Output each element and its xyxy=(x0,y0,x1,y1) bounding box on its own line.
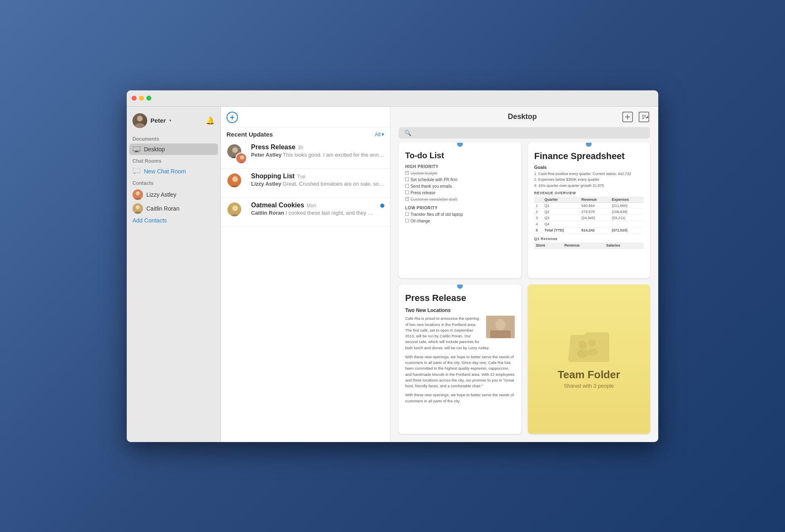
chat-section-header: Recent Updates All ▾ xyxy=(221,128,390,139)
finance-card[interactable]: Finance Spreadsheet Goals 1. Cash-flow p… xyxy=(528,143,650,278)
new-chat-room-label: New Chat Room xyxy=(144,168,186,175)
press-release-body-3: With these new openings, we hope to bett… xyxy=(405,392,515,404)
team-folder-card[interactable]: Team Folder Shared with 3 people xyxy=(528,285,650,433)
press-image xyxy=(486,316,515,338)
cell: (24,945) xyxy=(580,215,610,221)
chat-item-time: Tue xyxy=(297,174,305,180)
cell: Q1 xyxy=(543,202,580,209)
svg-point-25 xyxy=(232,205,238,211)
svg-marker-6 xyxy=(134,173,136,174)
chat-item-sender: Peter Astley xyxy=(251,152,282,158)
documents-section-label: Documents xyxy=(127,133,220,144)
svg-point-19 xyxy=(240,155,244,159)
cell: (53,211) xyxy=(610,215,644,221)
todo-text: Transfer files off of old laptop xyxy=(410,212,463,218)
goal-text: Cash-flow positive every quarter. Curren… xyxy=(538,172,631,176)
col-header: Salaries xyxy=(604,242,644,249)
press-release-card[interactable]: Press Release Two New Locations Cafe Ria xyxy=(399,285,521,433)
maximize-button[interactable] xyxy=(146,96,151,101)
table-row: 1 Q1 540,664 (211,660) xyxy=(534,202,644,209)
press-body-text-2: With these new openings, we hope to bett… xyxy=(405,355,514,388)
todo-text: Update budget xyxy=(410,171,437,176)
compose-button[interactable] xyxy=(227,112,238,123)
cell: (211,660) xyxy=(610,202,644,209)
col-header: Quarter xyxy=(543,197,580,203)
cell xyxy=(610,221,644,227)
chat-item[interactable]: Press Release 3h Peter Astley This looks… xyxy=(221,139,390,168)
edit-button[interactable] xyxy=(638,111,650,123)
svg-rect-3 xyxy=(135,151,138,152)
sidebar-item-add-contacts[interactable]: Add Contacts xyxy=(127,215,220,225)
search-bar[interactable]: 🔍 xyxy=(399,127,650,139)
search-icon: 🔍 xyxy=(404,130,411,136)
desktop-icon xyxy=(132,145,141,153)
chat-item[interactable]: Oatmeal Cookies Mon Caitlin Roran I cook… xyxy=(221,198,390,227)
chat-list: Press Release 3h Peter Astley This looks… xyxy=(221,139,390,227)
chat-item-preview-text: Great. Crushed tomatoes are on sale, so … xyxy=(283,181,384,187)
sidebar-item-lizzy[interactable]: Lizzy Astley xyxy=(127,188,220,202)
col-header: Expenses xyxy=(610,197,644,203)
revenue-table: Quarter Revenue Expenses 1 Q1 540,664 xyxy=(534,197,644,233)
todo-card-content: To-do List HIGH PRIORITY ✓ Update budget… xyxy=(399,143,521,231)
sidebar-item-new-chat-room[interactable]: New Chat Room xyxy=(127,166,220,177)
search-input[interactable] xyxy=(415,130,644,136)
checkbox-icon: ✓ xyxy=(405,197,409,201)
todo-title: To-do List xyxy=(405,151,515,160)
svg-point-38 xyxy=(577,350,588,358)
caitlin-name: Caitlin Roran xyxy=(146,205,179,212)
cell: Q2 xyxy=(543,209,580,215)
todo-item: Oil change xyxy=(405,218,515,224)
svg-point-16 xyxy=(232,147,238,153)
todo-text: Send thank you emails xyxy=(410,184,452,189)
todo-text: Oil change xyxy=(410,218,430,224)
chat-item-name: Press Release xyxy=(251,144,296,151)
all-label: All xyxy=(375,131,381,137)
finance-title: Finance Spreadsheet xyxy=(534,151,644,162)
todo-text: Set schedule with PR firm xyxy=(410,177,458,183)
cell: Total (YTD) xyxy=(543,227,580,233)
contacts-section-label: Contacts xyxy=(127,177,220,188)
chat-pane-header xyxy=(221,107,390,128)
goal-item: 2. Expenses below $350K every quarter xyxy=(534,177,644,182)
cell xyxy=(580,221,610,227)
desktop-header-actions xyxy=(621,111,650,123)
cell: 3 xyxy=(534,215,543,221)
chat-item-sender: Caitlin Roran xyxy=(251,210,284,216)
svg-rect-2 xyxy=(133,146,140,151)
add-document-button[interactable] xyxy=(621,111,634,123)
checkbox-icon xyxy=(405,184,409,188)
todo-item: Transfer files off of old laptop xyxy=(405,212,515,218)
press-release-title: Press Release xyxy=(405,293,515,303)
close-button[interactable] xyxy=(132,96,137,101)
svg-point-0 xyxy=(137,116,143,121)
chat-item-top: Shopping List Tue xyxy=(251,173,384,180)
q1-revenue-label: Q1 Revenue xyxy=(534,237,644,241)
cell: 1 xyxy=(534,202,543,209)
checkbox-icon xyxy=(405,219,409,222)
svg-point-39 xyxy=(588,339,596,347)
goal-text: Expenses below $350K every quarter xyxy=(538,177,600,182)
minimize-button[interactable] xyxy=(139,96,144,101)
sidebar-item-caitlin[interactable]: Caitlin Roran xyxy=(127,202,220,215)
notification-bell-icon[interactable]: 🔔 xyxy=(206,116,215,125)
revenue-overview-label: REVENUE OVERVIEW xyxy=(534,191,644,195)
sidebar-item-desktop[interactable]: Desktop xyxy=(129,144,218,155)
high-priority-label: HIGH PRIORITY xyxy=(405,164,515,169)
finance-card-content: Finance Spreadsheet Goals 1. Cash-flow p… xyxy=(528,143,650,254)
chat-item-preview-text: This looks good. I am excited for the an… xyxy=(283,152,384,158)
chat-item[interactable]: Shopping List Tue Lizzy Astley Great. Cr… xyxy=(221,168,390,198)
svg-rect-5 xyxy=(133,168,140,173)
chat-bubble-icon xyxy=(132,167,141,175)
checkbox-icon xyxy=(405,191,409,194)
cell: 814,242 xyxy=(580,227,610,233)
sidebar: Peter ▾ 🔔 Documents Desktop Chat Rooms N… xyxy=(127,107,221,442)
svg-rect-4 xyxy=(134,152,139,152)
press-release-subtitle: Two New Locations xyxy=(405,308,515,313)
all-filter-button[interactable]: All ▾ xyxy=(375,131,384,137)
caitlin-avatar xyxy=(132,203,143,214)
desktop-label: Desktop xyxy=(144,146,165,153)
col-header: Revenue xyxy=(563,242,604,249)
todo-card[interactable]: To-do List HIGH PRIORITY ✓ Update budget… xyxy=(399,143,521,278)
press-body-text-3: With these new openings, we hope to bett… xyxy=(405,393,514,403)
todo-text: Press release xyxy=(410,190,435,196)
